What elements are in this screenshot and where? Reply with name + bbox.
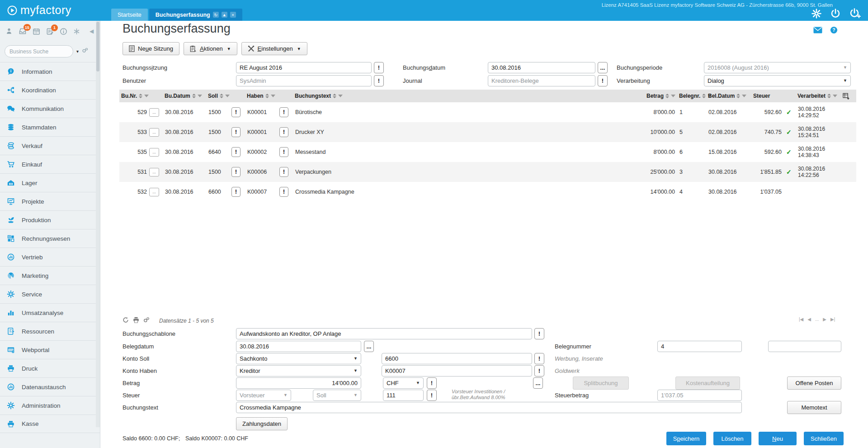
col-header-beldatum[interactable]: Bel.Datum [706,93,751,99]
buchungsdatum-picker-button[interactable]: ... [598,62,608,73]
col-header-nr[interactable]: Bu.Nr. [119,93,149,99]
haben-info-button[interactable]: ! [279,107,288,117]
konto-haben-input[interactable] [382,365,532,377]
tab-close-icon[interactable]: × [230,12,236,18]
steuer-info-button[interactable]: ! [427,390,437,401]
benutzer-info-button[interactable]: ! [374,75,384,86]
sort-icon[interactable] [665,94,669,98]
schliessen-button[interactable]: Schließen [804,432,844,445]
sort-icon[interactable] [192,94,196,98]
last-page-icon[interactable]: ▶| [830,317,835,322]
inbox-icon[interactable]: 15 [19,27,27,35]
sort-icon[interactable] [265,94,269,98]
journal-info-button[interactable]: ! [598,75,608,86]
soll-info-button[interactable]: ! [231,187,241,197]
buchungssitzung-info-button[interactable]: ! [374,62,384,73]
belegdatum-input[interactable] [236,341,361,352]
konto-haben-info-button[interactable]: ! [534,365,544,377]
col-header-soll[interactable]: Soll [206,93,231,99]
first-page-icon[interactable]: |◀ [799,317,803,322]
betrag-input[interactable] [236,377,361,389]
soll-info-button[interactable]: ! [231,127,241,137]
sidebar-item-information[interactable]: iInformation [0,62,100,81]
tab-refresh-icon[interactable]: ↻ [213,12,219,18]
print-icon[interactable] [133,317,139,325]
sidebar-item-kommunikation[interactable]: Kommunikation [0,99,100,118]
speichern-button[interactable]: Speichern [666,432,706,445]
filter-icon[interactable] [271,95,275,97]
neue-sitzung-button[interactable]: Neue Sitzung [123,42,179,55]
collapse-sidebar-icon[interactable]: ◀ [90,28,94,34]
loeschen-button[interactable]: Löschen [713,432,751,445]
filter-icon[interactable] [225,95,230,97]
offene-posten-button[interactable]: Offene Posten [787,377,841,390]
sidebar-item-webportal[interactable]: wwwWebportal [0,340,100,359]
betrag-info-button[interactable]: ! [427,377,437,389]
belegnummer-extra-input[interactable] [768,341,841,352]
zahlungsdaten-button[interactable]: Zahlungsdaten [236,417,288,430]
sort-icon[interactable] [827,94,831,98]
sidebar-item-druck[interactable]: Druck [0,359,100,377]
row-detail-button[interactable]: ... [149,128,159,137]
konto-soll-input[interactable] [382,353,532,364]
search-settings-icon[interactable] [82,47,89,56]
export-grid-icon[interactable] [843,93,849,100]
calendar-icon[interactable] [33,28,40,35]
prev-page-icon[interactable]: ◀ [807,317,811,322]
soll-info-button[interactable]: ! [231,107,241,117]
aktionen-button[interactable]: Aktionen▼ [184,42,237,55]
buchungssitzung-input[interactable] [236,62,372,73]
belegdatum-picker-button[interactable]: ... [364,341,374,352]
filter-icon[interactable] [338,95,343,97]
col-header-verarbeitet[interactable]: Verarbeitet [796,93,841,99]
einstellungen-button[interactable]: Einstellungen▼ [241,42,307,55]
sidebar-item-projekte[interactable]: Projekte [0,192,100,210]
betrag-picker-button[interactable]: ... [533,377,543,389]
booking-row-529[interactable]: 529...30.08.20161500!K00001!Bürotische8'… [119,102,856,122]
steuer-side-select[interactable]: Soll▼ [313,390,361,401]
row-detail-button[interactable]: ... [149,168,159,176]
soll-info-button[interactable]: ! [231,147,241,157]
sidebar-item-kasse[interactable]: Kasse [0,415,100,433]
sidebar-item-service[interactable]: Service [0,285,100,303]
konto-haben-type-select[interactable]: Kreditor▼ [236,365,361,377]
buchungstext-input[interactable] [236,402,742,413]
soll-info-button[interactable]: ! [231,167,241,177]
memotext-button[interactable]: Memotext [787,401,841,414]
konto-soll-type-select[interactable]: Sachkonto▼ [236,353,361,364]
sidebar-item-lager[interactable]: Lager [0,173,100,192]
settings-gear-icon[interactable] [811,8,822,19]
info-icon[interactable] [60,28,67,35]
buchungsdatum-input[interactable] [488,62,595,73]
sidebar-item-datenaustausch[interactable]: Datenaustausch [0,377,100,396]
row-detail-button[interactable]: ... [149,148,159,157]
sidebar-item-umsatzanalyse[interactable]: Umsatzanalyse [0,303,100,322]
steuer-code-input[interactable] [383,390,424,401]
logout-power-icon[interactable] [830,8,841,19]
currency-select[interactable]: CHF▼ [383,377,424,389]
sidebar-item-einkauf[interactable]: Einkauf [0,155,100,173]
col-header-betrag[interactable]: Betrag [630,93,677,99]
sidebar-scrollbar[interactable] [96,21,100,427]
filter-icon[interactable] [198,95,202,97]
favorites-icon[interactable] [73,28,80,35]
sidebar-item-administration[interactable]: Administration [0,396,100,415]
benutzer-input[interactable] [236,75,372,86]
next-page-icon[interactable]: ▶ [823,317,826,322]
mail-icon[interactable] [813,27,822,35]
booking-row-531[interactable]: 531...30.08.20161500!K00006!Verpackungen… [119,162,856,182]
sidebar-item-ressourcen[interactable]: Ressourcen [0,322,100,340]
neu-button[interactable]: Neu [759,432,797,445]
belegnummer-input[interactable] [657,341,742,352]
filter-icon[interactable] [833,95,837,97]
help-icon[interactable]: ? [830,26,838,36]
sort-icon[interactable] [702,94,706,98]
col-header-datum[interactable]: Bu.Datum [163,93,206,99]
filter-icon[interactable] [742,95,746,97]
approval-stamp-icon[interactable] [5,28,13,35]
konto-soll-info-button[interactable]: ! [534,353,544,364]
col-header-haben[interactable]: Haben [245,93,279,99]
sidebar-item-verkauf[interactable]: Verkauf [0,136,100,155]
search-dropdown-icon[interactable]: ▾ [76,49,79,54]
buchungsschablone-info-button[interactable]: ! [534,328,544,339]
